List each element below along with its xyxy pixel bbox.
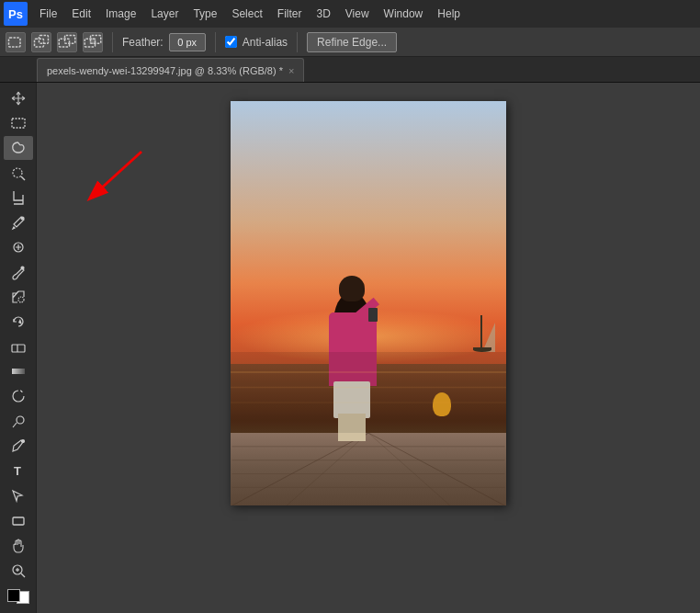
red-arrow-indicator	[77, 147, 151, 211]
tab-close-button[interactable]: ×	[288, 65, 294, 76]
svg-line-26	[91, 152, 141, 198]
separator-2	[215, 32, 216, 52]
ps-logo: Ps	[4, 2, 28, 26]
svg-line-31	[232, 433, 368, 505]
quick-selection-tool[interactable]	[4, 161, 33, 185]
text-tool[interactable]: T	[4, 459, 33, 482]
menu-filter[interactable]: Filter	[271, 6, 309, 22]
crop-tool[interactable]	[4, 186, 33, 210]
intersect-selection-btn[interactable]	[83, 32, 103, 52]
svg-rect-14	[12, 345, 25, 352]
menu-image[interactable]: Image	[99, 6, 142, 22]
svg-point-9	[13, 168, 22, 177]
svg-rect-8	[12, 119, 25, 128]
feather-input[interactable]	[169, 33, 206, 51]
color-swatches[interactable]	[4, 587, 33, 609]
clone-stamp-tool[interactable]	[4, 285, 33, 309]
canvas-wrapper	[231, 101, 506, 505]
svg-point-18	[21, 440, 24, 443]
svg-point-10	[21, 217, 24, 220]
menu-type[interactable]: Type	[186, 6, 223, 22]
menu-window[interactable]: Window	[378, 6, 430, 22]
photo-pier	[231, 433, 506, 505]
pen-tool[interactable]	[4, 434, 33, 458]
svg-rect-20	[13, 517, 24, 525]
photo-background	[231, 101, 506, 505]
svg-line-22	[21, 573, 25, 577]
document-tab[interactable]: pexels-wendy-wei-13299947.jpg @ 8.33% (R…	[37, 58, 304, 82]
eraser-tool[interactable]	[4, 335, 33, 358]
rectangular-marquee-tool[interactable]	[4, 111, 33, 135]
anti-alias-checkbox[interactable]	[225, 36, 237, 48]
menu-select[interactable]: Select	[225, 6, 268, 22]
menu-edit[interactable]: Edit	[65, 6, 97, 22]
svg-line-34	[368, 433, 450, 505]
svg-line-32	[368, 433, 504, 505]
canvas-image	[231, 101, 506, 505]
brush-tool[interactable]	[4, 260, 33, 284]
menu-bar: Ps File Edit Image Layer Type Select Fil…	[0, 0, 700, 28]
menu-view[interactable]: View	[339, 6, 376, 22]
toolbar: T	[0, 83, 37, 613]
anti-alias-label: Anti-alias	[243, 36, 288, 49]
history-brush-tool[interactable]	[4, 310, 33, 334]
subtract-from-selection-btn[interactable]	[57, 32, 77, 52]
svg-rect-35	[231, 352, 506, 433]
blur-tool[interactable]	[4, 384, 33, 408]
lasso-tool[interactable]	[4, 136, 33, 160]
new-selection-btn[interactable]	[6, 32, 26, 52]
gradient-tool[interactable]	[4, 359, 33, 383]
separator-3	[297, 32, 298, 52]
move-tool[interactable]	[4, 86, 33, 110]
hand-tool[interactable]	[4, 534, 33, 558]
zoom-tool[interactable]	[4, 559, 33, 583]
foreground-color-swatch[interactable]	[7, 589, 20, 602]
main-area: T	[0, 83, 700, 613]
svg-rect-16	[12, 369, 25, 374]
add-to-selection-btn[interactable]	[31, 32, 51, 52]
path-selection-tool[interactable]	[4, 484, 33, 508]
tab-bar: pexels-wendy-wei-13299947.jpg @ 8.33% (R…	[0, 57, 700, 83]
options-bar: Feather: Anti-alias Refine Edge...	[0, 28, 700, 57]
healing-brush-tool[interactable]	[4, 235, 33, 259]
svg-point-13	[18, 297, 24, 302]
svg-point-12	[21, 267, 24, 269]
eyedropper-tool[interactable]	[4, 210, 33, 234]
svg-rect-0	[9, 38, 21, 47]
menu-layer[interactable]: Layer	[144, 6, 185, 22]
canvas-area	[37, 83, 700, 613]
menu-file[interactable]: File	[33, 6, 63, 22]
refine-edge-button[interactable]: Refine Edge...	[307, 32, 397, 52]
rectangle-shape-tool[interactable]	[4, 509, 33, 533]
menu-help[interactable]: Help	[431, 6, 467, 22]
svg-point-17	[17, 416, 24, 424]
svg-line-33	[287, 433, 368, 505]
menu-3d[interactable]: 3D	[310, 6, 336, 22]
tab-filename: pexels-wendy-wei-13299947.jpg @ 8.33% (R…	[47, 65, 283, 76]
dodge-tool[interactable]	[4, 409, 33, 433]
svg-rect-7	[91, 39, 96, 43]
feather-label: Feather:	[122, 36, 164, 49]
separator-1	[112, 32, 113, 52]
svg-text:T: T	[14, 464, 21, 478]
